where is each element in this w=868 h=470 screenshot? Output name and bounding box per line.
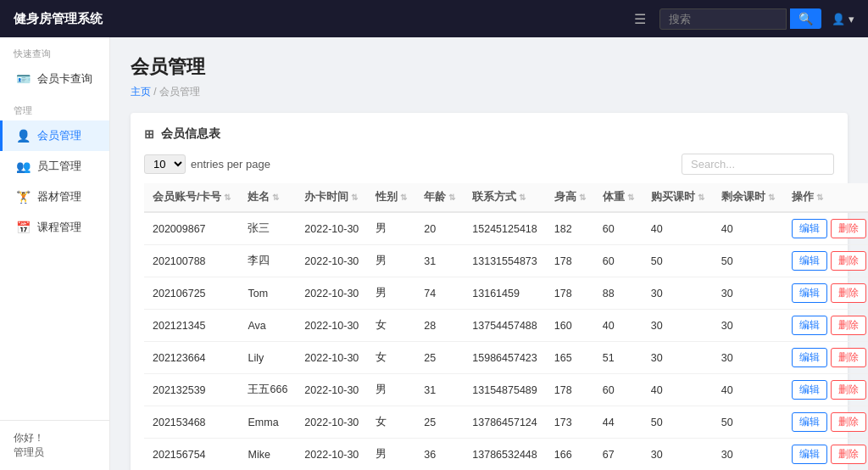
card-title: 会员信息表 xyxy=(161,126,220,142)
edit-button[interactable]: 编辑 xyxy=(792,316,827,335)
cell-height: 178 xyxy=(546,374,594,406)
cell-date: 2022-10-30 xyxy=(296,342,367,374)
delete-button[interactable]: 删除 xyxy=(831,219,866,238)
cell-date: 2022-10-30 xyxy=(296,439,367,471)
cell-remain: 30 xyxy=(713,310,783,342)
cell-weight: 60 xyxy=(594,212,643,245)
edit-button[interactable]: 编辑 xyxy=(792,348,827,367)
delete-button[interactable]: 删除 xyxy=(831,412,866,432)
cell-gender: 男 xyxy=(367,245,415,277)
cell-phone: 15986457423 xyxy=(464,342,545,374)
sort-icon-remain[interactable]: ⇅ xyxy=(768,193,775,202)
edit-button[interactable]: 编辑 xyxy=(792,380,827,400)
table-controls: 10 25 50 entries per page xyxy=(144,154,834,175)
cell-name: Ava xyxy=(239,310,296,342)
cell-age: 31 xyxy=(415,245,464,277)
sort-icon-action[interactable]: ⇅ xyxy=(816,193,823,202)
sidebar-quick-label: 快速查询 xyxy=(0,37,109,64)
cell-id: 202121345 xyxy=(144,310,239,342)
sort-icon-phone[interactable]: ⇅ xyxy=(519,193,526,202)
col-gender: 性别⇅ xyxy=(367,183,415,212)
sidebar-item-label: 器材管理 xyxy=(37,189,81,204)
page-title: 会员管理 xyxy=(131,54,848,80)
cell-phone: 15245125418 xyxy=(464,212,545,245)
cell-date: 2022-10-30 xyxy=(296,212,367,245)
edit-button[interactable]: 编辑 xyxy=(792,251,827,271)
main-content: 会员管理 主页 / 会员管理 ⊞ 会员信息表 10 25 50 entries … xyxy=(110,37,868,470)
table-search-input[interactable] xyxy=(682,154,834,175)
delete-button[interactable]: 删除 xyxy=(831,445,866,464)
cell-height: 178 xyxy=(546,245,594,277)
sidebar-item-member-card-query[interactable]: 🪪 会员卡查询 xyxy=(0,64,109,94)
menu-icon[interactable]: ☰ xyxy=(634,11,646,27)
cell-date: 2022-10-30 xyxy=(296,277,367,310)
delete-button[interactable]: 删除 xyxy=(831,348,866,367)
cell-remain: 40 xyxy=(713,374,783,406)
sort-icon-date[interactable]: ⇅ xyxy=(351,193,358,202)
cell-height: 182 xyxy=(546,212,594,245)
staff-manage-icon: 👥 xyxy=(16,159,31,173)
sidebar-item-member-manage[interactable]: 👤 会员管理 xyxy=(0,120,109,151)
breadcrumb-home[interactable]: 主页 xyxy=(131,86,151,98)
sidebar-item-equipment-manage[interactable]: 🏋️ 器材管理 xyxy=(0,182,109,212)
cell-name: Lily xyxy=(239,342,296,374)
cell-date: 2022-10-30 xyxy=(296,310,367,342)
cell-gender: 男 xyxy=(367,374,415,406)
cell-bought: 50 xyxy=(643,406,713,439)
cell-age: 20 xyxy=(415,212,464,245)
table-icon: ⊞ xyxy=(144,127,154,141)
breadcrumb: 主页 / 会员管理 xyxy=(131,85,848,99)
cell-age: 31 xyxy=(415,374,464,406)
sort-icon-id[interactable]: ⇅ xyxy=(224,193,231,202)
delete-button[interactable]: 删除 xyxy=(831,316,866,335)
user-menu[interactable]: 👤 ▾ xyxy=(832,13,854,25)
table-row: 202153468Emma2022-10-30女2513786457124173… xyxy=(144,406,868,439)
cell-weight: 60 xyxy=(594,374,643,406)
cell-name: 李四 xyxy=(239,245,296,277)
card-header: ⊞ 会员信息表 xyxy=(144,126,834,142)
cell-height: 165 xyxy=(546,342,594,374)
top-search: 🔍 xyxy=(659,8,821,30)
col-name: 姓名⇅ xyxy=(239,183,296,212)
delete-button[interactable]: 删除 xyxy=(831,380,866,400)
cell-phone: 13154875489 xyxy=(464,374,545,406)
cell-height: 166 xyxy=(546,439,594,471)
cell-action: 编辑删除 xyxy=(783,212,868,245)
delete-button[interactable]: 删除 xyxy=(831,251,866,271)
entries-per-page-select[interactable]: 10 25 50 xyxy=(144,154,186,174)
delete-button[interactable]: 删除 xyxy=(831,283,866,303)
breadcrumb-current: 会员管理 xyxy=(159,86,200,98)
col-age: 年龄⇅ xyxy=(415,183,464,212)
sort-icon-height[interactable]: ⇅ xyxy=(579,193,586,202)
edit-button[interactable]: 编辑 xyxy=(792,283,827,303)
col-weight: 体重⇅ xyxy=(594,183,643,212)
cell-remain: 30 xyxy=(713,439,783,471)
col-action: 操作⇅ xyxy=(783,183,868,212)
sort-icon-age[interactable]: ⇅ xyxy=(448,193,455,202)
cell-weight: 67 xyxy=(594,439,643,471)
cell-weight: 88 xyxy=(594,277,643,310)
sort-icon-name[interactable]: ⇅ xyxy=(272,193,279,202)
member-table: 会员账号/卡号⇅ 姓名⇅ 办卡时间⇅ 性别⇅ 年龄⇅ 联系方式⇅ 身高⇅ 体重⇅… xyxy=(144,183,868,470)
sidebar-item-course-manage[interactable]: 📅 课程管理 xyxy=(0,212,109,243)
equipment-manage-icon: 🏋️ xyxy=(16,190,31,204)
user-greeting: 你好！ xyxy=(14,431,96,445)
col-id: 会员账号/卡号⇅ xyxy=(144,183,239,212)
cell-height: 173 xyxy=(546,406,594,439)
cell-age: 25 xyxy=(415,342,464,374)
sidebar-item-staff-manage[interactable]: 👥 员工管理 xyxy=(0,151,109,182)
cell-bought: 50 xyxy=(643,245,713,277)
sort-icon-weight[interactable]: ⇅ xyxy=(627,193,634,202)
cell-gender: 女 xyxy=(367,310,415,342)
table-row: 202123664Lily2022-10-30女2515986457423165… xyxy=(144,342,868,374)
edit-button[interactable]: 编辑 xyxy=(792,219,827,238)
edit-button[interactable]: 编辑 xyxy=(792,412,827,432)
top-search-input[interactable] xyxy=(659,8,787,30)
edit-button[interactable]: 编辑 xyxy=(792,445,827,464)
member-manage-icon: 👤 xyxy=(16,129,31,143)
sort-icon-gender[interactable]: ⇅ xyxy=(400,193,407,202)
top-search-button[interactable]: 🔍 xyxy=(790,8,821,29)
entries-select: 10 25 50 entries per page xyxy=(144,154,270,174)
cell-bought: 30 xyxy=(643,310,713,342)
sort-icon-bought[interactable]: ⇅ xyxy=(698,193,704,202)
